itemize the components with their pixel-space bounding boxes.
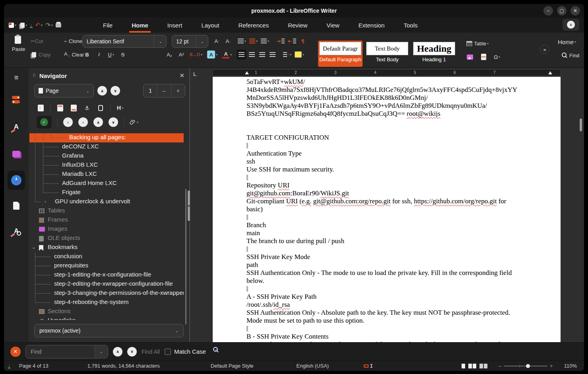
match-case-checkbox[interactable] — [165, 349, 171, 355]
print-icon[interactable] — [56, 23, 61, 27]
align-left-button[interactable] — [237, 49, 246, 60]
increase-indent-button[interactable]: ⇥ — [275, 36, 286, 46]
copy-button[interactable]: Copy — [29, 49, 52, 60]
clone-formatting-button[interactable]: ⌁ Clone — [63, 36, 83, 46]
subscript-button[interactable]: A₂ — [165, 49, 174, 60]
tab-view[interactable]: View — [317, 18, 349, 33]
maximize-button[interactable]: ▢ — [557, 6, 567, 16]
previous-page-button[interactable]: ∧ — [97, 86, 107, 95]
zoom-percent[interactable]: 110% — [559, 363, 584, 369]
close-button[interactable]: ✕ — [571, 6, 580, 16]
strikethrough-button[interactable]: S — [118, 49, 128, 60]
align-right-button[interactable] — [257, 49, 267, 60]
tree-item[interactable]: step-2-editing-the-xwrapper-configuratio… — [29, 280, 184, 289]
chevron-down-icon[interactable]: ⌄ — [154, 35, 162, 47]
formatting-marks-button[interactable]: ¶ — [298, 36, 308, 46]
chevron-down-icon[interactable]: ⌄ — [32, 245, 35, 250]
open-documents-combobox[interactable]: proxmox (active) ⌄ — [34, 324, 184, 337]
page-number-spinner[interactable]: 1 – + — [143, 84, 185, 97]
insert-table-button[interactable]: Table▾ — [465, 38, 490, 49]
zoom-in-icon[interactable]: + — [550, 363, 553, 369]
tab-stop-selector[interactable]: L — [193, 71, 196, 77]
tab-extension[interactable]: Extension — [349, 18, 394, 33]
header-button[interactable] — [56, 105, 64, 111]
zoom-slider[interactable]: – + — [493, 363, 559, 369]
tree-item[interactable]: ⌄Hyperlinks — [29, 316, 184, 320]
page-style-status[interactable]: Default Page Style — [205, 363, 259, 369]
tree-item[interactable]: prerequisites — [29, 261, 184, 271]
character-spacing-button[interactable]: B↔D▾ — [188, 49, 204, 60]
paste-button[interactable]: Paste — [12, 46, 25, 52]
italic-button[interactable]: I — [94, 49, 104, 60]
align-center-button[interactable] — [247, 49, 256, 60]
tab-references[interactable]: References — [229, 18, 278, 33]
save-icon[interactable]: ▾ — [9, 23, 16, 28]
next-page-button[interactable]: ∨ — [111, 86, 120, 95]
single-page-view-button[interactable] — [462, 364, 465, 368]
load-url-icon[interactable]: ↓ — [30, 23, 33, 28]
find-previous-button[interactable]: ∧ — [113, 347, 122, 356]
sidebar-tab-style-inspector[interactable]: A — [4, 222, 29, 241]
close-find-bar-button[interactable]: ✕ — [10, 347, 21, 357]
ordered-list-button[interactable]: ▾ — [248, 36, 259, 46]
anchor-text-button[interactable]: ⚓ — [83, 105, 91, 111]
tree-item[interactable]: OLE objects — [29, 234, 184, 243]
book-view-button[interactable] — [479, 364, 487, 368]
tab-review[interactable]: Review — [278, 18, 317, 33]
minimize-button[interactable]: – — [543, 6, 553, 16]
tree-item[interactable]: step-4-rebooting-the-system — [29, 298, 184, 307]
zoom-out-icon[interactable]: – — [499, 363, 501, 369]
multi-page-view-button[interactable] — [468, 364, 476, 368]
panel-close-icon[interactable]: ✕ — [179, 72, 184, 79]
tree-item[interactable]: Sections — [29, 307, 184, 316]
tree-item[interactable]: InfluxDB LXC — [29, 161, 184, 170]
tree-item[interactable]: Images — [29, 225, 184, 234]
chevron-down-icon[interactable]: ⌄ — [196, 35, 204, 47]
tree-item[interactable]: deCONZ LXC — [29, 142, 184, 152]
sidebar-tab-navigator[interactable] — [8, 171, 25, 190]
find-and-replace-button[interactable] — [213, 347, 223, 356]
menubar-toggle-button[interactable]: ≡ — [563, 19, 579, 31]
tree-item[interactable]: AdGuard Home LXC — [29, 179, 184, 188]
underline-button[interactable]: U▾ — [106, 49, 116, 60]
drag-mode-button[interactable]: ▾ — [130, 119, 138, 125]
indent-marker-right[interactable] — [548, 71, 552, 74]
chevron-down-icon[interactable]: ⌄ — [95, 345, 108, 358]
heading-levels-button[interactable]: H▾ — [116, 105, 124, 111]
tab-tools[interactable]: Tools — [394, 18, 427, 33]
cut-button[interactable]: ✂ Cut — [29, 36, 44, 46]
demote-level-button[interactable]: › — [78, 117, 88, 127]
language-status[interactable]: English (USA) — [291, 363, 335, 369]
content-navigation-view-button[interactable] — [37, 105, 45, 111]
move-heading-up-button[interactable]: ∧ — [93, 117, 103, 127]
sidebar-menu-button[interactable]: ≡ — [4, 68, 29, 87]
line-spacing-button[interactable]: ↕▾ — [282, 49, 293, 60]
tree-item[interactable]: conclusion — [29, 252, 184, 261]
highlight-color-button[interactable]: A▾ — [206, 49, 219, 60]
decrease-indent-button[interactable]: ⇤ — [287, 36, 297, 46]
chevron-down-icon[interactable]: ⌄ — [32, 318, 35, 320]
clear-formatting-button[interactable]: A✕ Clear — [63, 49, 85, 60]
page-number-value[interactable]: 1 — [144, 84, 157, 97]
find-input[interactable]: Find ⌄ — [25, 345, 108, 358]
copy-doc-icon[interactable]: ▾ — [19, 23, 27, 28]
footer-button[interactable] — [70, 105, 78, 111]
tab-home[interactable]: Home — [122, 18, 158, 33]
document-page[interactable]: 5oTaFwvRT+wkUM/J4B4xkdeR9mha7Sxf8HjVThfr… — [213, 77, 561, 342]
tab-insert[interactable]: Insert — [158, 18, 192, 33]
insert-page-break-button[interactable] — [479, 52, 488, 62]
move-heading-down-button[interactable]: ∨ — [109, 117, 118, 127]
document-text[interactable]: 5oTaFwvRT+wkUM/J4B4xkdeR9mha7Sxf8HjVThfr… — [246, 78, 529, 342]
page-count-status[interactable]: Page 4 of 13 — [14, 363, 54, 369]
tab-file[interactable]: File — [93, 18, 122, 33]
sidebar-tab-gallery[interactable] — [4, 144, 29, 164]
navigate-by-combobox[interactable]: Page ⌄ — [34, 84, 94, 97]
tree-item[interactable]: Grafana — [29, 152, 184, 161]
list-box-toggle-button[interactable]: ✓ — [37, 116, 52, 129]
insert-special-character-button[interactable]: Ω▾ — [492, 52, 502, 62]
justify-button[interactable] — [268, 49, 277, 60]
shrink-font-button[interactable]: A↓ — [223, 36, 233, 46]
redo-icon[interactable]: ↷▾ — [45, 21, 53, 29]
tree-item[interactable]: Mariadb LXC — [29, 170, 184, 179]
outline-list-button[interactable]: ▾ — [260, 36, 270, 46]
